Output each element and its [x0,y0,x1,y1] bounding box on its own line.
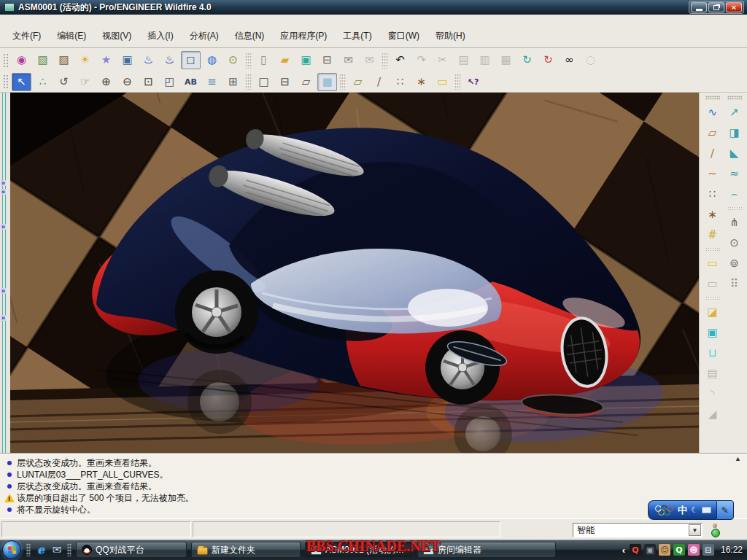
csys-display-icon[interactable]: ∗ [411,73,431,91]
menu-info[interactable]: 信息(N) [227,28,273,44]
message-area-resize-icon[interactable]: ▲ [735,455,741,462]
task-new-folder[interactable]: 新建文件夹 [191,542,301,558]
regeneration-status-icon[interactable] [711,524,719,537]
spin-center-icon[interactable]: ↺ [54,73,74,91]
collapsed-toolbar-chevron[interactable]: » [1,315,6,321]
point-display-icon[interactable]: ∷ [390,73,410,91]
open-file-icon[interactable]: ▰ [275,51,295,69]
no-hidden-icon[interactable]: ▱ [296,73,316,91]
find-icon[interactable]: ∞ [560,51,579,69]
refit-icon[interactable]: ⊡ [139,73,158,91]
tray-messenger-icon[interactable]: ▣ [644,544,656,556]
ime-toolbar[interactable]: 中 ☾ ✎ [648,500,734,520]
shaded-model-icon[interactable]: ◻ [181,51,201,69]
extrude-cut-icon[interactable]: ⊔ [703,343,722,362]
print-icon[interactable]: ⊟ [317,51,337,69]
close-button[interactable]: ✕ [726,2,742,12]
combo-dropdown-arrow-icon[interactable]: ▼ [689,524,701,536]
layers-icon[interactable]: ≡ [202,73,222,91]
annotation-display-icon[interactable]: ▭ [433,73,452,91]
menu-insert[interactable]: 插入(I) [139,28,181,44]
perspective-view-icon[interactable]: ◍ [202,51,222,69]
datum-axis-icon[interactable]: ∕ [703,144,722,163]
datum-plane-icon[interactable]: ▱ [703,123,722,142]
render-to-window-icon[interactable]: ♨ [160,51,179,69]
select-filter-icon[interactable]: ↖ [12,73,31,91]
tray-network-icon[interactable]: ⊟ [703,544,714,556]
email-icon[interactable]: ✉ [338,51,358,69]
zoom-in-icon[interactable]: ⊕ [96,73,116,91]
sketch-tool-icon[interactable]: ∼ [703,164,722,183]
scene-lighting-icon[interactable]: ▧ [33,51,53,69]
fill-surface-icon[interactable]: ◣ [725,144,744,163]
context-help-icon[interactable]: ↖? [463,73,483,91]
tray-qq-icon[interactable]: Q [630,544,641,556]
regenerate-icon[interactable]: ↻ [517,51,537,69]
create-component-icon[interactable]: ▣ [703,323,722,342]
quicklaunch-mail-icon[interactable]: ✉ [49,542,65,558]
menu-view[interactable]: 视图(V) [94,28,139,44]
menu-window[interactable]: 窗口(W) [380,28,427,44]
ime-language-indicator[interactable]: 中 [678,504,687,517]
wireframe-icon[interactable]: □ [254,73,274,91]
menu-edit[interactable]: 编辑(E) [49,28,94,44]
menu-file[interactable]: 文件(F) [4,28,49,44]
message-area[interactable]: ▲ 层状态改变成功。重画来查看结果。LUNTAI层03___PRT_ALL_CU… [0,453,747,518]
merge-icon[interactable]: ⋔ [725,213,744,232]
axis-display-icon[interactable]: ∕ [369,73,389,91]
menu-help[interactable]: 帮助(H) [427,28,473,44]
intersect-icon[interactable]: ⊙ [725,233,744,252]
docked-toolbar-strip[interactable]: » » » » » [0,93,10,453]
tray-avatar-icon[interactable]: ☺ [659,544,670,556]
save-icon[interactable]: ▣ [296,51,316,69]
render-effects-icon[interactable]: ★ [96,51,116,69]
ime-keyboard-icon[interactable] [702,507,711,513]
graphics-viewport-3d[interactable] [10,93,699,453]
hidden-line-icon[interactable]: ⊟ [275,73,295,91]
project-icon[interactable]: ⊚ [725,254,744,273]
shaded-icon[interactable]: ■ [317,73,337,91]
selection-filter-combobox[interactable]: 智能 ▼ [573,523,703,537]
task-qq-platform[interactable]: QQ对战平台 [76,542,187,558]
lights-icon[interactable]: ☀ [75,51,95,69]
drag-pan-icon[interactable]: ☞ [75,73,95,91]
ime-handwriting-icon[interactable]: ✎ [716,500,734,520]
mirror-icon[interactable]: ◨ [725,123,744,142]
pattern-icon[interactable]: ⠿ [725,274,744,293]
ime-fullhalf-moon-icon[interactable]: ☾ [691,505,698,515]
saved-views-icon[interactable]: AB [181,73,201,91]
coordinate-system-icon[interactable]: ∗ [703,205,722,224]
sketched-point-icon[interactable]: # [703,225,722,244]
render-setup-icon[interactable]: ▣ [117,51,137,69]
collapsed-toolbar-chevron[interactable]: » [1,288,6,294]
menu-analysis[interactable]: 分析(A) [182,28,227,44]
collapsed-toolbar-chevron[interactable]: » [1,224,6,230]
menu-applications[interactable]: 应用程序(P) [272,28,335,44]
new-file-icon[interactable]: ▯ [254,51,274,69]
datum-curve-icon[interactable]: ∿ [703,103,722,122]
photorender-icon[interactable]: ♨ [139,51,158,69]
minimize-button[interactable] [691,2,707,12]
quicklaunch-ie-icon[interactable]: e [33,542,49,558]
undo-icon[interactable]: ↶ [390,51,410,69]
collapsed-toolbar-chevron[interactable]: » [1,189,6,195]
plane-display-icon[interactable]: ▱ [348,73,368,91]
menu-tools[interactable]: 工具(T) [335,28,379,44]
extend-surface-icon[interactable]: ↗ [725,103,744,122]
reorient-icon[interactable]: ◰ [160,73,179,91]
style-surface-icon[interactable]: ≈ [725,164,744,183]
start-button[interactable] [2,540,21,559]
render-region-icon[interactable]: ⊙ [223,51,243,69]
note-icon[interactable]: ▭ [703,254,722,273]
view-manager-icon[interactable]: ⊞ [223,73,243,91]
assemble-component-icon[interactable]: ◪ [703,303,722,322]
datum-display-icon[interactable]: ∴ [33,73,53,91]
regenerate-manager-icon[interactable]: ↻ [538,51,558,69]
collapsed-toolbar-chevron[interactable]: » [1,180,6,186]
tray-collapse-chevron[interactable]: ‹ [622,545,625,556]
tray-contacts-icon[interactable]: ☻ [688,544,700,556]
zoom-out-icon[interactable]: ⊖ [117,73,137,91]
boundary-blend-icon[interactable]: ⌢ [725,184,744,203]
tray-qqgame-icon[interactable]: Q [673,544,685,556]
room-editor-icon[interactable]: ▨ [54,51,74,69]
